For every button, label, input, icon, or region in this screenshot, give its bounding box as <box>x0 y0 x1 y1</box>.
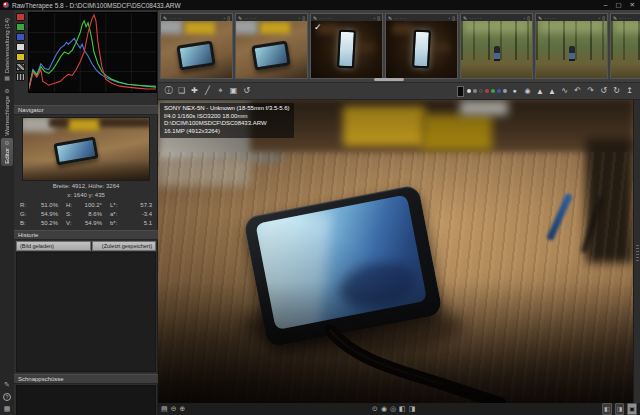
trash-icon[interactable]: ▯ <box>377 15 380 21</box>
edit-icon[interactable]: ✎ <box>313 15 317 21</box>
pen-icon[interactable]: ✎ <box>4 381 10 389</box>
edit-icon[interactable]: ✎ <box>613 15 617 21</box>
history-list[interactable] <box>16 252 156 372</box>
trash-icon[interactable]: ▯ <box>452 15 455 21</box>
snapshots-header[interactable]: Schnappschüsse <box>14 374 158 384</box>
gamut-check-icon[interactable]: ◉ <box>521 84 534 98</box>
color-label-icon[interactable]: ◦ <box>448 15 450 21</box>
edit-icon[interactable]: ✎ <box>238 15 242 21</box>
background-color-swatch[interactable] <box>457 86 464 97</box>
filmstrip-thumbnail[interactable]: ✎·····◦▯ <box>610 13 640 79</box>
filmstrip-thumbnail[interactable]: ✎·····◦▯ <box>160 13 233 79</box>
before-after-toggle-icon[interactable]: ◧ <box>399 404 406 414</box>
tab-file-browser[interactable]: Dateiverwaltung (14) ▦ <box>1 18 13 81</box>
shadow-clipping-icon[interactable]: ▲ <box>534 87 546 96</box>
color-picker-icon[interactable]: ⌖ <box>214 84 227 98</box>
maximize-button[interactable]: ▢ <box>615 1 621 9</box>
tab-editor[interactable]: ⚙ Editor <box>1 138 13 166</box>
straighten-icon[interactable]: ╱ <box>201 84 214 98</box>
color-label-icon[interactable]: ◦ <box>598 15 600 21</box>
histogram-red-toggle[interactable] <box>16 13 25 21</box>
minimize-button[interactable]: – <box>604 1 608 9</box>
histogram-blue-toggle[interactable] <box>16 33 25 41</box>
profile-copy-icon[interactable]: ❏ <box>175 84 188 98</box>
preferences-grid-icon[interactable]: ▦ <box>4 405 11 413</box>
rank-dots[interactable]: ····· <box>544 15 557 21</box>
info-icon[interactable]: ⓘ <box>162 84 175 98</box>
false-color-gray-dot[interactable] <box>503 89 507 93</box>
hand-tool-icon[interactable]: ✚ <box>188 84 201 98</box>
zoom-fit-icon[interactable]: ⊙ <box>372 404 378 414</box>
color-label-icon[interactable]: ◦ <box>523 15 525 21</box>
help-icon[interactable]: ? <box>3 393 11 401</box>
history-initial-button[interactable]: (Bild geladen) <box>16 241 91 251</box>
rank-dots[interactable]: ····· <box>394 15 407 21</box>
before-after-icon[interactable]: ∿ <box>558 84 571 98</box>
trash-icon[interactable]: ▯ <box>602 15 605 21</box>
bg-dark-dot[interactable] <box>479 89 483 93</box>
false-color-blue-dot[interactable] <box>497 89 501 93</box>
history-header[interactable]: Historie <box>14 230 158 240</box>
filmstrip-thumbnail[interactable]: ✎·····◦▯ <box>535 13 608 79</box>
zoom-in-icon[interactable]: ⊕ <box>180 404 186 414</box>
filmstrip-thumbnail[interactable]: ✎·····◦▯ <box>460 13 533 79</box>
zoom-fit-crop-icon[interactable]: ◎ <box>390 404 396 414</box>
false-color-green-dot[interactable] <box>491 89 495 93</box>
close-button[interactable]: ✕ <box>630 1 635 9</box>
edit-icon[interactable]: ✎ <box>163 15 167 21</box>
softproof-icon[interactable]: ● <box>508 84 521 98</box>
trash-icon[interactable]: ▯ <box>302 15 305 21</box>
bg-white-dot[interactable] <box>467 89 471 93</box>
color-label-icon[interactable]: ◦ <box>373 15 375 21</box>
filmstrip-thumbnail[interactable]: ✎·····◦▯ <box>235 13 308 79</box>
highlight-clipping-icon[interactable]: ▲ <box>546 87 558 96</box>
edit-icon[interactable]: ✎ <box>538 15 542 21</box>
undo-icon[interactable]: ↶ <box>571 84 584 98</box>
rank-dots[interactable]: ····· <box>244 15 257 21</box>
filmstrip-thumbnail[interactable]: ✎·····◦▯✓ <box>310 13 383 79</box>
zoom-out-icon[interactable]: ⊖ <box>171 404 177 414</box>
crop-icon[interactable]: ▣ <box>227 84 240 98</box>
trash-icon[interactable]: ▯ <box>227 15 230 21</box>
toggle-left-panel-icon[interactable]: ◧ <box>602 403 612 415</box>
detail-window-icon[interactable]: ▤ <box>161 404 168 414</box>
filmstrip-scrollbar[interactable] <box>374 78 404 81</box>
rotate-right-icon[interactable]: ↻ <box>610 84 623 98</box>
snapshots-list[interactable] <box>16 385 156 415</box>
edit-icon[interactable]: ✎ <box>463 15 467 21</box>
trash-icon[interactable]: ▯ <box>527 15 530 21</box>
color-label-icon[interactable]: ◦ <box>223 15 225 21</box>
bg-gray-dot[interactable] <box>473 89 477 93</box>
rank-dots[interactable]: ····· <box>169 15 182 21</box>
history-lastsaved-button[interactable]: (Zuletzt gespeichert) <box>92 241 156 251</box>
histogram-luma-toggle[interactable] <box>16 43 25 51</box>
rank-dots[interactable]: ····· <box>619 15 632 21</box>
save-image-icon[interactable]: ↥ <box>623 84 636 98</box>
redo-icon[interactable]: ↷ <box>584 84 597 98</box>
panel-grip-handle[interactable] <box>636 245 639 261</box>
navigator-header[interactable]: Navigator <box>14 105 158 115</box>
rank-dots[interactable]: ····· <box>469 15 482 21</box>
rotate-left-icon[interactable]: ↺ <box>597 84 610 98</box>
navigator-preview[interactable] <box>22 117 150 181</box>
zoom-100-icon[interactable]: ◉ <box>381 404 387 414</box>
histogram-barmode-toggle[interactable] <box>16 73 25 81</box>
split-view-icon[interactable]: ◨ <box>409 404 416 414</box>
false-color-red-dot[interactable] <box>485 89 489 93</box>
navigator-readout: R:51.0% H:100.2° L*:57.3 G:54.9% S:8.6% … <box>20 201 152 228</box>
gear-icon: ⚙ <box>4 140 9 146</box>
edit-icon[interactable]: ✎ <box>388 15 392 21</box>
toggle-right-panel-icon[interactable]: ▣ <box>627 403 637 415</box>
rank-dots[interactable]: ····· <box>319 15 332 21</box>
histogram-raw-toggle[interactable] <box>16 63 25 71</box>
rotate-icon[interactable]: ↺ <box>240 84 253 98</box>
histogram-green-toggle[interactable] <box>16 23 25 31</box>
image-preview-canvas[interactable]: SONY NEX-5N - Unknown (18-55mm f/3.5-5.6… <box>158 100 633 403</box>
right-panel-collapsed-strip[interactable] <box>633 100 640 403</box>
color-label-icon[interactable]: ◦ <box>298 15 300 21</box>
histogram-chroma-toggle[interactable] <box>16 53 25 61</box>
tab-queue[interactable]: ⚙ Warteschlange <box>1 88 13 136</box>
toggle-top-panel-icon[interactable]: ◨ <box>615 403 625 415</box>
filmstrip-thumbnail[interactable]: ✎·····◦▯ <box>385 13 458 79</box>
thumbnail-image <box>161 21 232 78</box>
